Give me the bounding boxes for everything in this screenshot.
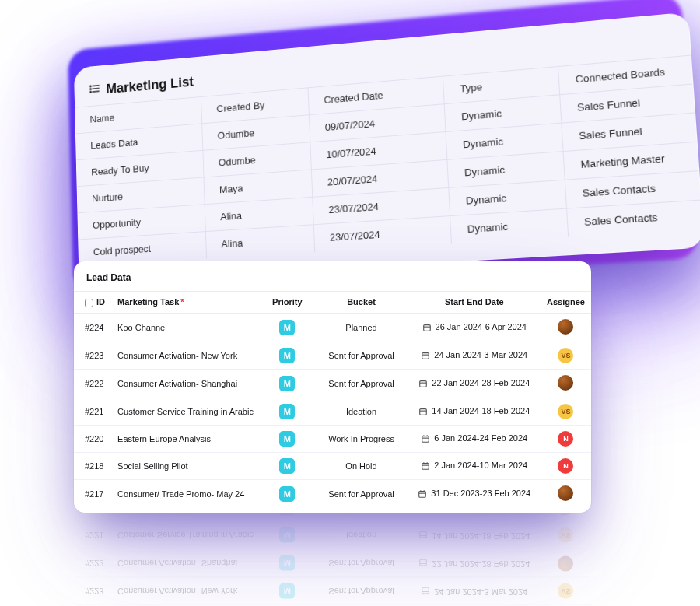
cell-assignee[interactable]	[541, 369, 591, 398]
cell-priority: M	[260, 578, 314, 605]
cell-task: Consumer Activation- Shanghai	[111, 549, 260, 578]
cell-id: #221	[74, 522, 111, 549]
avatar: N	[558, 458, 573, 474]
cell-bucket: Work In Progress	[314, 425, 408, 452]
calendar-icon	[418, 379, 428, 388]
cell-priority[interactable]: M	[260, 369, 314, 398]
cell-priority[interactable]: M	[260, 342, 314, 369]
table-row[interactable]: #222Consumer Activation- ShanghaiMSent f…	[74, 369, 591, 398]
cell-date: 6 Jan 2024-24 Feb 2024	[408, 425, 541, 452]
cell-id: #217	[74, 479, 111, 508]
calendar-icon	[422, 323, 432, 332]
cell-task[interactable]: Eastern Europe Analysis	[111, 425, 260, 452]
cell-date: 22 Jan 2024-28 Feb 2024	[408, 549, 541, 578]
table-row[interactable]: #218Social Selling PilotMOn Hold2 Jan 20…	[74, 452, 591, 479]
svg-point-3	[90, 86, 91, 86]
select-all-checkbox[interactable]	[85, 299, 93, 307]
list-icon	[89, 82, 100, 99]
svg-rect-10	[422, 353, 429, 359]
table-row[interactable]: #217Consumer/ Trade Promo- May 24MSent f…	[74, 479, 591, 508]
cell-assignee[interactable]: VS	[541, 342, 591, 369]
svg-rect-18	[420, 409, 427, 415]
cell-task[interactable]: Consumer/ Trade Promo- May 24	[111, 479, 260, 508]
table-row: #222Consumer Activation- ShanghaiMSent f…	[74, 549, 591, 578]
priority-badge: M	[279, 486, 295, 502]
cell-priority: M	[260, 522, 314, 549]
calendar-icon	[421, 351, 430, 360]
cell-assignee: VS	[541, 522, 591, 549]
svg-rect-30	[419, 492, 426, 498]
table-header-row: ID Marketing Task* Priority Bucket Start…	[74, 292, 591, 314]
col-header-assignee[interactable]: Assignee	[541, 292, 591, 314]
cell-date: 31 Dec 2023-23 Feb 2024	[408, 479, 541, 508]
calendar-icon	[418, 489, 427, 499]
col-header-date[interactable]: Start End Date	[408, 292, 541, 314]
cell-bucket: Ideation	[314, 522, 408, 549]
cell-id: #222	[74, 369, 111, 398]
lead-data-table: ID Marketing Task* Priority Bucket Start…	[74, 291, 591, 508]
cell-assignee[interactable]: VS	[541, 398, 591, 425]
col-header-task[interactable]: Marketing Task*	[111, 292, 260, 314]
table-row[interactable]: #224Koo ChannelMPlanned26 Jan 2024-6 Apr…	[74, 313, 591, 342]
svg-point-4	[90, 89, 91, 89]
cell-bucket: Sent for Approval	[314, 369, 408, 398]
cell-priority[interactable]: M	[260, 425, 314, 452]
cell-task[interactable]: Consumer Activation- New York	[111, 342, 260, 369]
svg-rect-26	[422, 464, 429, 470]
priority-badge: M	[279, 320, 295, 335]
priority-badge: M	[279, 404, 295, 419]
cell-priority[interactable]: M	[260, 398, 314, 425]
col-header-id[interactable]: ID	[74, 292, 111, 314]
cell-date: 24 Jan 2024-3 Mar 2024	[408, 342, 541, 369]
cell-assignee[interactable]: N	[541, 452, 591, 479]
cell-date: 22 Jan 2024-28 Feb 2024	[408, 369, 541, 398]
svg-rect-6	[423, 325, 430, 331]
cell-bucket: Sent for Approval	[314, 578, 408, 605]
cell-task[interactable]: Koo Channel	[111, 313, 260, 342]
cell-assignee[interactable]	[541, 313, 591, 342]
cell-bucket: Planned	[314, 313, 408, 342]
cell-assignee[interactable]: N	[541, 425, 591, 452]
svg-rect-46	[420, 531, 427, 538]
cell-priority[interactable]: M	[260, 452, 314, 479]
svg-point-5	[90, 92, 91, 93]
col-header-priority[interactable]: Priority	[260, 292, 314, 314]
cell-priority[interactable]: M	[260, 313, 314, 342]
avatar: VS	[558, 527, 573, 543]
calendar-icon	[421, 434, 430, 443]
lead-data-title: Lead Data	[74, 272, 591, 291]
priority-badge: M	[279, 431, 295, 447]
cell-priority[interactable]: M	[260, 479, 314, 508]
table-row[interactable]: #223Consumer Activation- New YorkMSent f…	[74, 342, 591, 369]
calendar-icon	[418, 530, 428, 539]
svg-line-2	[93, 91, 99, 92]
cell-task[interactable]: Consumer Activation- Shanghai	[111, 369, 260, 398]
cell-date: 14 Jan 2024-18 Feb 2024	[408, 398, 541, 425]
cell-id: #220	[74, 425, 111, 452]
priority-badge: M	[279, 376, 295, 391]
table-row[interactable]: #221Customer Service Training in ArabicM…	[74, 398, 591, 425]
avatar	[558, 485, 573, 501]
cell-date: 24 Jan 2024-3 Mar 2024	[408, 578, 541, 605]
calendar-icon	[418, 558, 428, 567]
cell-task: Consumer Activation- New York	[111, 578, 260, 605]
cell-id: #218	[74, 452, 111, 479]
cell-assignee	[541, 549, 591, 578]
lead-data-card: Lead Data ID Marketing Task* Priority Bu…	[74, 261, 591, 513]
cell-assignee: VS	[541, 578, 591, 605]
priority-badge: M	[279, 348, 295, 363]
table-row[interactable]: #220Eastern Europe AnalysisMWork In Prog…	[74, 425, 591, 452]
table-row: #221Customer Service Training in ArabicM…	[74, 522, 591, 549]
priority-badge: M	[279, 555, 295, 571]
avatar	[558, 556, 573, 572]
cell-assignee[interactable]	[541, 479, 591, 508]
col-header-bucket[interactable]: Bucket	[314, 292, 408, 314]
calendar-icon	[421, 461, 430, 471]
priority-badge: M	[279, 458, 295, 474]
cell-id: #221	[74, 398, 111, 425]
cell-task[interactable]: Customer Service Training in Arabic	[111, 398, 260, 425]
cell-task[interactable]: Social Selling Pilot	[111, 452, 260, 479]
svg-rect-38	[422, 587, 429, 594]
cell-bucket: On Hold	[314, 452, 408, 479]
svg-rect-42	[420, 559, 427, 566]
